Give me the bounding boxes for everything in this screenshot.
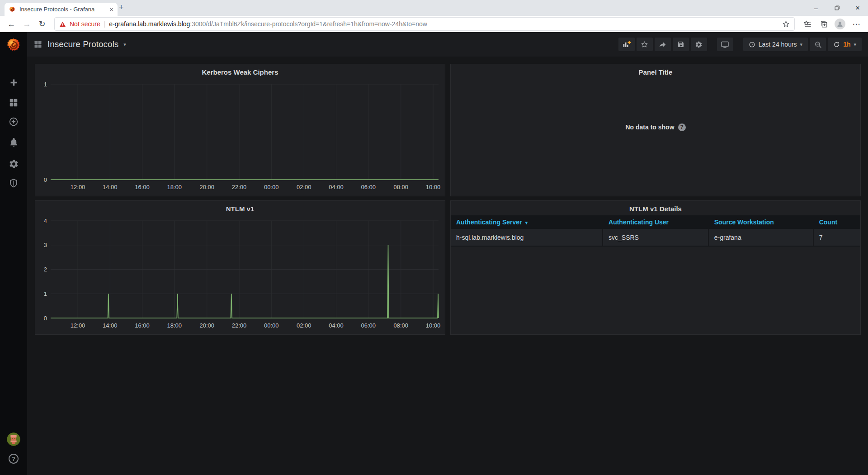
refresh-interval-label: 1h (843, 41, 850, 48)
table-header-row: Authenticating Server▼ Authenticating Us… (451, 215, 860, 229)
x-tick-label: 06:00 (361, 322, 376, 329)
table-row: h-sql.lab.marklewis.blog svc_SSRS e-graf… (451, 229, 860, 247)
refresh-picker[interactable]: 1h ▾ (828, 38, 862, 51)
kerberos-weak-ciphers-chart[interactable]: 12:0014:0016:0018:0020:0022:0000:0002:00… (37, 79, 443, 194)
sidebar-item-help[interactable]: ? (0, 454, 27, 464)
grafana-logo[interactable] (0, 37, 27, 54)
security-warning-label[interactable]: Not secure (70, 20, 100, 28)
panel-kerberos-weak-ciphers: Kerberos Weak Ciphers 12:0014:0016:0018:… (35, 64, 445, 196)
series-line (51, 245, 439, 318)
grafana-logo-icon (5, 37, 22, 54)
dashboard-settings-button[interactable] (691, 38, 707, 51)
chart-svg: 12:0014:0016:0018:0020:0022:0000:0002:00… (37, 215, 443, 332)
new-tab-button[interactable]: + (116, 2, 127, 12)
time-range-picker[interactable]: Last 24 hours ▾ (743, 38, 808, 51)
column-header-source-workstation[interactable]: Source Workstation (709, 218, 814, 226)
y-tick-label: 0 (44, 315, 47, 322)
x-tick-label: 22:00 (232, 322, 247, 329)
reload-button[interactable]: ↻ (34, 19, 50, 29)
cycle-view-button[interactable] (717, 38, 733, 51)
profile-button[interactable] (832, 19, 848, 29)
sidebar-item-dashboards[interactable] (0, 98, 27, 108)
x-tick-label: 06:00 (361, 184, 376, 190)
url-path: :3000/d/JaTmbl6Zk/insecure-protocols?org… (190, 20, 427, 28)
tab-title: Insecure Protocols - Grafana (19, 6, 106, 13)
chevron-down-icon[interactable]: ▾ (123, 42, 126, 48)
add-favorite-icon[interactable] (782, 20, 790, 28)
time-range-label: Last 24 hours (759, 41, 797, 48)
panel-title[interactable]: Panel Title (451, 64, 860, 75)
grafana-sidebar: ? (0, 32, 27, 475)
collections-button[interactable] (816, 20, 832, 28)
x-tick-label: 10:00 (426, 322, 441, 329)
x-tick-label: 14:00 (103, 322, 118, 329)
browser-menu-button[interactable]: ⋯ (848, 19, 864, 29)
share-dashboard-button[interactable] (655, 38, 671, 51)
x-tick-label: 16:00 (135, 184, 150, 190)
forward-button[interactable]: → (19, 19, 34, 29)
panel-title[interactable]: NTLM v1 Details (451, 201, 860, 211)
restore-button[interactable] (826, 0, 847, 16)
refresh-icon (833, 41, 840, 48)
panel-title[interactable]: NTLM v1 (35, 201, 445, 211)
panel-title[interactable]: Kerberos Weak Ciphers (35, 64, 445, 75)
star-dashboard-button[interactable] (637, 38, 653, 51)
add-panel-button[interactable] (618, 38, 635, 51)
sidebar-item-explore[interactable] (0, 117, 27, 127)
x-tick-label: 14:00 (103, 184, 118, 190)
dashboard-grid-icon[interactable] (33, 40, 42, 49)
x-tick-label: 00:00 (264, 322, 279, 329)
url-text[interactable]: e-grafana.lab.marklewis.blog:3000/d/JaTm… (109, 20, 427, 28)
no-data-text: No data to show (625, 124, 674, 131)
help-icon: ? (9, 454, 19, 464)
zoom-out-icon (814, 41, 822, 48)
sidebar-item-server-admin[interactable] (0, 178, 27, 188)
sidebar-item-create[interactable] (0, 78, 27, 87)
collections-icon (820, 20, 828, 28)
cell-authenticating-user: svc_SSRS (603, 229, 709, 246)
window-controls: – × (806, 0, 868, 16)
no-data-message: No data to show ? (451, 124, 860, 131)
question-circle-icon[interactable]: ? (678, 124, 686, 131)
sidebar-user-avatar[interactable] (0, 432, 27, 446)
add-panel-icon (622, 40, 631, 49)
browser-tab[interactable]: Insecure Protocols - Grafana × (5, 3, 118, 16)
ntlm-v1-chart[interactable]: 12:0014:0016:0018:0020:0022:0000:0002:00… (37, 215, 443, 332)
dashboard-navbar: Insecure Protocols ▾ (27, 32, 868, 57)
tv-icon (721, 40, 729, 49)
share-icon (659, 41, 666, 48)
clock-icon (749, 41, 755, 48)
zoom-out-time-button[interactable] (810, 38, 826, 51)
dashboard-grid: Kerberos Weak Ciphers 12:0014:0016:0018:… (27, 57, 868, 475)
column-header-authenticating-user[interactable]: Authenticating User (603, 218, 709, 226)
gear-icon (9, 159, 19, 169)
x-tick-label: 10:00 (426, 184, 441, 190)
bell-icon (9, 137, 19, 147)
x-tick-label: 02:00 (297, 184, 311, 190)
save-icon (677, 41, 684, 48)
x-tick-label: 04:00 (329, 184, 344, 190)
column-header-count[interactable]: Count (814, 218, 860, 226)
not-secure-warning-icon (59, 21, 66, 28)
y-tick-label: 1 (44, 290, 47, 297)
dashboards-grid-icon (9, 98, 19, 108)
dashboard-title[interactable]: Insecure Protocols (47, 39, 118, 49)
sidebar-item-configuration[interactable] (0, 159, 27, 169)
x-tick-label: 16:00 (135, 322, 150, 329)
save-dashboard-button[interactable] (673, 38, 689, 51)
back-button[interactable]: ← (4, 19, 19, 29)
cell-source-workstation: e-grafana (709, 229, 814, 246)
grafana-favicon (9, 6, 16, 13)
star-icon (641, 41, 648, 48)
y-tick-label: 1 (44, 81, 47, 88)
address-bar[interactable]: Not secure | e-grafana.lab.marklewis.blo… (54, 17, 795, 31)
favorites-bar-button[interactable] (799, 20, 816, 28)
tab-close-icon[interactable]: × (109, 5, 113, 13)
x-tick-label: 22:00 (232, 184, 247, 190)
x-tick-label: 18:00 (167, 322, 182, 329)
person-icon (836, 20, 844, 28)
minimize-button[interactable]: – (806, 0, 826, 16)
close-button[interactable]: × (847, 0, 868, 16)
column-header-authenticating-server[interactable]: Authenticating Server▼ (451, 218, 603, 226)
sidebar-item-alerting[interactable] (0, 137, 27, 147)
